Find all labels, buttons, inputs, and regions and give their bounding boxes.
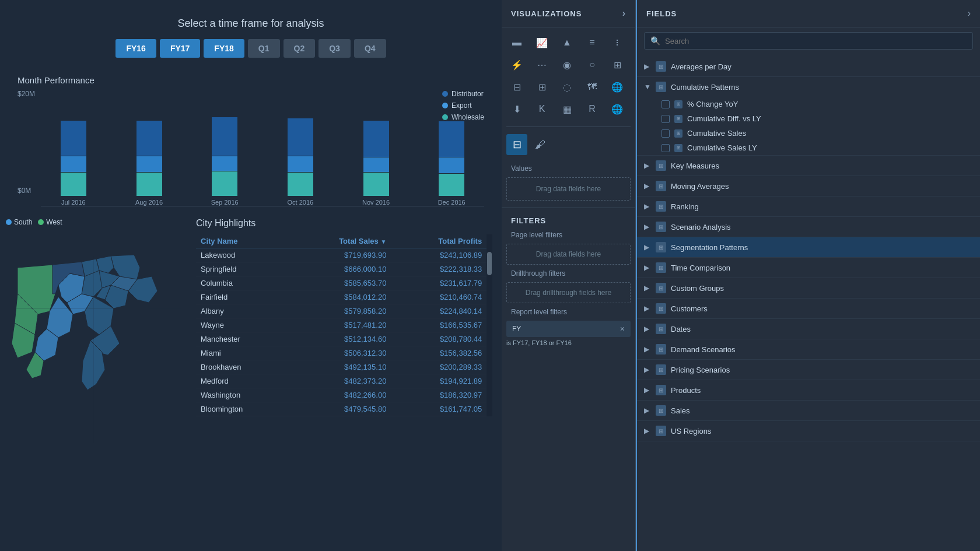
field-group-header-moving-averages[interactable]: ▶⊞Moving Averages — [637, 176, 980, 196]
q2-button[interactable]: Q2 — [284, 39, 316, 58]
field-group-header-custom-groups[interactable]: ▶⊞Custom Groups — [637, 278, 980, 298]
cell-sales: $506,312.30 — [289, 346, 391, 360]
viz-format-icon[interactable]: 🖌 — [530, 134, 551, 155]
field-table-icon: ⊞ — [656, 426, 666, 436]
viz-icon-scatter[interactable]: ⋯ — [531, 54, 552, 75]
q1-button[interactable]: Q1 — [248, 39, 280, 58]
table-row[interactable]: Fairfield$584,012.20$210,460.74 — [196, 290, 487, 304]
fy17-button[interactable]: FY17 — [160, 39, 200, 58]
fields-search-input[interactable] — [665, 37, 967, 45]
field-group-header-key-measures[interactable]: ▶⊞Key Measures — [637, 156, 980, 176]
viz-icon-line-chart[interactable]: 📈 — [531, 32, 552, 53]
bar-x-label: Dec 2016 — [438, 199, 466, 206]
cell-sales: $492,135.10 — [289, 360, 391, 374]
table-row[interactable]: Miami$506,312.30$156,382.56 — [196, 346, 487, 360]
viz-icon-stacked-bar[interactable]: ≡ — [582, 32, 603, 53]
legend-dot — [442, 114, 448, 120]
field-group-header-time-comparison[interactable]: ▶⊞Time Comparison — [637, 258, 980, 278]
table-row[interactable]: Springfield$666,000.10$222,318.33 — [196, 262, 487, 276]
field-group: ▶⊞Averages per Day — [637, 57, 980, 77]
viz-icon-pie[interactable]: ◉ — [556, 54, 578, 75]
viz-icon-r-visual[interactable]: R — [582, 99, 603, 120]
bar-stack — [117, 121, 182, 197]
viz-icon-kpi[interactable]: K — [531, 99, 552, 120]
viz-icon-donut[interactable]: ○ — [582, 54, 603, 75]
legend-item: Export — [442, 101, 484, 110]
table-row[interactable]: Lakewood$719,693.90$243,106.89 — [196, 248, 487, 262]
field-group-header-ranking[interactable]: ▶⊞Ranking — [637, 196, 980, 216]
viz-divider — [506, 127, 631, 127]
drillthrough-drag[interactable]: Drag drillthrough fields here — [506, 282, 631, 303]
field-group-header-us-regions[interactable]: ▶⊞US Regions — [637, 421, 980, 441]
q4-button[interactable]: Q4 — [354, 39, 386, 58]
field-group-header-demand-scenarios[interactable]: ▶⊞Demand Scenarios — [637, 339, 980, 359]
field-group-header-customers[interactable]: ▶⊞Customers — [637, 299, 980, 318]
viz-icon-area-chart[interactable]: ▲ — [556, 32, 578, 53]
col-total-sales[interactable]: Total Sales ▼ — [289, 234, 391, 248]
field-group-header-products[interactable]: ▶⊞Products — [637, 380, 980, 400]
time-frame-title: Select a time frame for analysis — [12, 17, 490, 30]
viz-icon-table[interactable]: ⊟ — [506, 76, 527, 97]
viz-icon-matrix[interactable]: ⊞ — [531, 76, 552, 97]
field-item-cumulative-sales[interactable]: ⊞Cumulative Sales — [637, 126, 980, 141]
legend-item: Distributor — [442, 90, 484, 98]
field-checkbox[interactable] — [662, 100, 670, 108]
table-row[interactable]: Medford$482,373.20$194,921.89 — [196, 374, 487, 388]
table-row[interactable]: Albany$579,858.20$224,840.14 — [196, 304, 487, 318]
fields-panel-arrow[interactable]: › — [968, 8, 971, 19]
viz-icon-filled-map[interactable]: 🌐 — [607, 76, 628, 97]
q3-button[interactable]: Q3 — [318, 39, 351, 58]
table-row[interactable]: Brookhaven$492,135.10$200,289.33 — [196, 360, 487, 374]
field-group-header-sales[interactable]: ▶⊞Sales — [637, 401, 980, 420]
col-city-name[interactable]: City Name — [196, 234, 289, 248]
cell-city: Albany — [196, 304, 289, 318]
cell-profits: $194,921.89 — [391, 374, 487, 388]
page-filters-drag[interactable]: Drag data fields here — [506, 244, 631, 265]
field-group-header-dates[interactable]: ▶⊞Dates — [637, 319, 980, 339]
fy18-button[interactable]: FY18 — [204, 39, 244, 58]
viz-fields-icon[interactable]: ⊟ — [506, 134, 527, 155]
viz-icon-waterfall[interactable]: ⫶ — [607, 32, 628, 53]
chart-section: Month Performance $20M $0M Jul 2016Aug 2… — [0, 69, 502, 212]
field-group-header-cumulative-patterns[interactable]: ▼⊞Cumulative Patterns — [637, 77, 980, 97]
visualizations-panel: VISUALIZATIONS › ▬ 📈 ▲ ≡ ⫶ ⚡ ⋯ ◉ ○ ⊞ ⊟ ⊞… — [502, 0, 636, 551]
fy16-button[interactable]: FY16 — [116, 39, 156, 58]
table-scrollbar[interactable] — [487, 234, 492, 416]
field-group-header-pricing-scenarios[interactable]: ▶⊞Pricing Scenarios — [637, 360, 980, 380]
values-drag-zone[interactable]: Drag data fields here — [506, 177, 631, 201]
field-checkbox[interactable] — [662, 129, 670, 138]
col-total-profits[interactable]: Total Profits — [391, 234, 487, 248]
viz-icon-map[interactable]: 🗺 — [582, 76, 603, 97]
field-group-header-scenario-analysis[interactable]: ▶⊞Scenario Analysis — [637, 217, 980, 237]
viz-panel-arrow[interactable]: › — [622, 8, 626, 19]
viz-icon-combo[interactable]: ⚡ — [506, 54, 527, 75]
us-map — [6, 230, 181, 451]
viz-icon-treemap[interactable]: ⊞ — [607, 54, 628, 75]
table-row[interactable]: Columbia$585,653.70$231,617.79 — [196, 276, 487, 290]
viz-icon-bar-chart[interactable]: ▬ — [506, 32, 527, 53]
field-type-icon: ⊞ — [674, 129, 682, 138]
field-group-name: Pricing Scenarios — [671, 366, 973, 374]
table-row[interactable]: Washington$482,266.00$186,320.97 — [196, 388, 487, 402]
field-item-cumulative-diff.-vs-ly[interactable]: ⊞Cumulative Diff. vs LY — [637, 111, 980, 126]
filter-chip-close[interactable]: × — [620, 324, 625, 334]
viz-icon-gauge[interactable]: ◌ — [556, 76, 578, 97]
field-group-header-averages-per-day[interactable]: ▶⊞Averages per Day — [637, 57, 980, 76]
bar-chart: $20M $0M Jul 2016Aug 2016Sep 2016Oct 201… — [18, 90, 484, 206]
field-checkbox[interactable] — [662, 115, 670, 123]
viz-icon-slicer[interactable]: ▦ — [556, 99, 578, 120]
field-item-cumulative-sales-ly[interactable]: ⊞Cumulative Sales LY — [637, 141, 980, 155]
table-row[interactable]: Wayne$517,481.20$166,535.67 — [196, 318, 487, 332]
field-expand-arrow: ▶ — [644, 223, 651, 231]
field-checkbox[interactable] — [662, 144, 670, 152]
field-item-%-change-yoy[interactable]: ⊞% Change YoY — [637, 97, 980, 111]
bar-segment — [439, 157, 464, 173]
table-row[interactable]: Bloomington$479,545.80$161,747.05 — [196, 402, 487, 416]
field-group-header-segmentation-patterns[interactable]: ▶⊞Segmentation Patterns — [637, 237, 980, 257]
viz-icon-python[interactable]: 🌐 — [607, 99, 628, 120]
field-group: ▶⊞Time Comparison — [637, 258, 980, 278]
viz-icon-funnel[interactable]: ⬇ — [506, 99, 527, 120]
table-row[interactable]: Manchester$512,134.60$208,780.44 — [196, 332, 487, 346]
map-legend-west: West — [38, 218, 62, 226]
field-group: ▶⊞Customers — [637, 299, 980, 319]
